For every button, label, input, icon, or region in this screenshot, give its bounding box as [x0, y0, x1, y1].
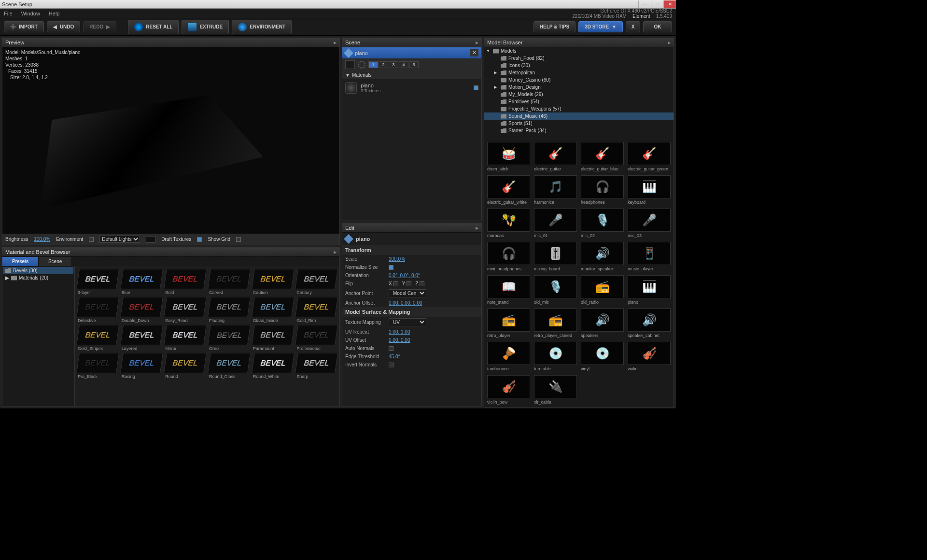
tree-materials[interactable]: ▶Materials (20) — [3, 274, 73, 281]
bevel-item[interactable]: BEVELRound — [165, 353, 205, 379]
bevel-item[interactable]: BEVELMirror — [165, 325, 205, 351]
lights-select[interactable]: Default Lights — [99, 236, 140, 243]
bevel-item[interactable]: BEVELPro_Black — [78, 353, 118, 379]
invert-normals-checkbox[interactable] — [389, 363, 393, 367]
group-button-2[interactable]: 2 — [379, 61, 388, 68]
help-tips-button[interactable]: HELP & TIPS — [534, 21, 576, 32]
model-item[interactable]: 🎸electric_guitar — [534, 142, 577, 171]
bevel-item[interactable]: BEVELCentury — [296, 269, 337, 295]
orientation-value[interactable]: 0.0°, 0.0°, 0.0° — [389, 273, 420, 278]
flip-y[interactable] — [407, 281, 411, 286]
tree-item[interactable]: ▼Models — [484, 47, 674, 55]
extrude-button[interactable]: EXTRUDE — [182, 20, 229, 34]
model-item[interactable]: 🎚️mixing_board — [534, 242, 577, 271]
menu-file[interactable]: File — [4, 11, 13, 16]
x-button[interactable]: X — [626, 21, 640, 32]
collapse-icon[interactable]: ▶ — [334, 41, 337, 45]
flip-z[interactable] — [420, 281, 424, 286]
3d-store-button[interactable]: 3D STORE ▼ — [578, 21, 623, 32]
model-item[interactable]: 🎙️old_mic — [534, 275, 577, 305]
show-grid-checkbox[interactable] — [236, 237, 241, 242]
model-item[interactable]: 🎤mic_03 — [628, 209, 671, 238]
group-button-5[interactable]: 5 — [409, 61, 419, 68]
bevel-item[interactable]: BEVELOreo — [209, 325, 249, 351]
import-button[interactable]: ➕ IMPORT — [4, 21, 44, 32]
tree-item[interactable]: ▶Motion_Design — [484, 84, 674, 91]
model-item[interactable]: 🪘tambourine — [487, 342, 530, 371]
model-item[interactable]: 🥁drum_stick — [487, 142, 530, 171]
tree-item[interactable]: Sound_Music (46) — [484, 112, 674, 120]
draft-textures-checkbox[interactable] — [197, 237, 202, 242]
model-item[interactable]: 🎤mic_01 — [534, 209, 577, 238]
bevel-item[interactable]: BEVELBlue — [122, 269, 162, 295]
normalize-checkbox[interactable] — [389, 265, 393, 270]
bevel-item[interactable]: BEVELLayered — [122, 325, 162, 351]
model-item[interactable]: 💿turntable — [534, 342, 577, 371]
model-item[interactable]: 🔌xlr_cable — [534, 375, 577, 405]
model-item[interactable]: 🎻violin — [628, 342, 671, 371]
collapse-icon[interactable]: ▶ — [668, 41, 671, 45]
model-item[interactable]: 🔊speakers — [581, 308, 624, 338]
bevel-item[interactable]: BEVELParamount — [253, 325, 293, 351]
anchor-button[interactable] — [345, 60, 355, 69]
tree-item[interactable]: Sports (51) — [484, 120, 674, 127]
model-item[interactable]: 🎸electric_guitar_green — [628, 142, 671, 171]
auto-normals-checkbox[interactable] — [389, 346, 393, 351]
bevel-item[interactable]: BEVELGlass_Inside — [253, 297, 293, 323]
model-item[interactable]: 📱music_player — [628, 242, 671, 271]
bevel-item[interactable]: BEVELFloating — [209, 297, 249, 323]
environment-checkbox[interactable] — [89, 237, 94, 242]
uv-offset-value[interactable]: 0.00, 0.00 — [389, 337, 410, 343]
collapse-icon[interactable]: ▶ — [476, 226, 478, 230]
color-swatch[interactable] — [146, 236, 155, 243]
redo-button[interactable]: REDO ▶ — [83, 21, 116, 32]
minimize-button[interactable]: — — [638, 0, 651, 8]
model-item[interactable]: 🎸electric_guitar_white — [487, 175, 530, 205]
model-item[interactable]: 🪇maracas — [487, 209, 530, 238]
close-button[interactable]: ✕ — [663, 0, 676, 8]
preview-viewport[interactable]: Model: Models/Sound_Music/piano Meshes: … — [2, 47, 339, 234]
tree-item[interactable]: Projectile_Weapons (57) — [484, 105, 674, 112]
model-item[interactable]: 📻old_radio — [581, 275, 624, 305]
model-item[interactable]: 🎻violin_bow — [487, 375, 530, 405]
ok-button[interactable]: OK — [643, 21, 672, 32]
group-button-1[interactable]: 1 — [368, 61, 378, 68]
model-item[interactable]: 🔊monitor_speaker — [581, 242, 624, 271]
model-item[interactable]: 🎧mini_headphones — [487, 242, 530, 271]
anchor-offset-value[interactable]: 0.00, 0.00, 0.00 — [389, 300, 422, 306]
tree-item[interactable]: Primitives (54) — [484, 98, 674, 105]
uv-repeat-value[interactable]: 1.00, 1.00 — [389, 329, 410, 335]
model-item[interactable]: 📻retro_player_closed — [534, 308, 577, 338]
group-button-3[interactable]: 3 — [389, 61, 398, 68]
model-item[interactable]: 🎹piano — [628, 275, 671, 305]
chevron-down-icon[interactable]: ▼ — [345, 72, 350, 78]
collapse-icon[interactable]: ▶ — [476, 41, 478, 45]
model-item[interactable]: 🎹keyboard — [628, 175, 671, 205]
collapse-icon[interactable]: ▶ — [334, 250, 337, 254]
menu-help[interactable]: Help — [49, 11, 60, 16]
reset-all-button[interactable]: RESET ALL — [128, 20, 179, 34]
model-item[interactable]: 🔊speaker_cabinet — [628, 308, 671, 338]
model-item[interactable]: 📖note_stand — [487, 275, 530, 305]
tab-scene[interactable]: Scene — [39, 257, 72, 266]
model-item[interactable]: 📻retro_player — [487, 308, 530, 338]
texture-mapping-select[interactable]: UV — [389, 318, 426, 326]
tree-item[interactable]: My_Models (29) — [484, 91, 674, 98]
bevel-item[interactable]: BEVELBold — [165, 269, 205, 295]
model-item[interactable]: 🎵harmonica — [534, 175, 577, 205]
model-item[interactable]: 💿vinyl — [581, 342, 624, 371]
bevel-item[interactable]: BEVELRound_Glass — [209, 353, 249, 379]
group-button-4[interactable]: 4 — [399, 61, 408, 68]
model-item[interactable]: 🎙️mic_02 — [581, 209, 624, 238]
anchor-point-select[interactable]: Model Center — [389, 289, 426, 297]
tree-item[interactable]: Starter_Pack (34) — [484, 127, 674, 134]
undo-button[interactable]: ◀ UNDO — [47, 21, 80, 32]
bevel-item[interactable]: BEVELDouble_Down — [122, 297, 162, 323]
bevel-item[interactable]: BEVELCaution — [253, 269, 293, 295]
bevel-item[interactable]: BEVELGold_Rim — [296, 297, 337, 323]
bevel-item[interactable]: BEVEL3-layer — [78, 269, 118, 295]
brightness-value[interactable]: 100.0% — [34, 237, 50, 242]
bevel-item[interactable]: BEVELEasy_Read — [165, 297, 205, 323]
edge-threshold-value[interactable]: 45.0° — [389, 354, 400, 359]
tree-item[interactable]: Fresh_Food (82) — [484, 55, 674, 62]
